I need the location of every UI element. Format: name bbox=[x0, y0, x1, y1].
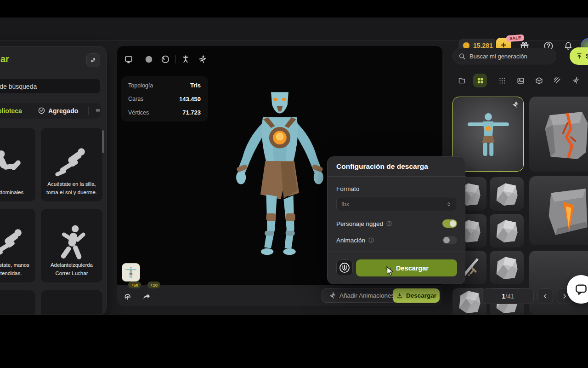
top-header: 15.281 + SALE bbox=[0, 17, 588, 40]
image-filter-button[interactable] bbox=[514, 74, 527, 87]
stat-label: Caras bbox=[128, 96, 143, 102]
generation-search-input[interactable] bbox=[469, 53, 550, 60]
publish-icon[interactable] bbox=[123, 291, 133, 301]
generation-thumb[interactable] bbox=[490, 214, 524, 247]
animation-label: Animación bbox=[336, 237, 365, 244]
animation-card[interactable]: Abdominales bbox=[0, 128, 35, 201]
popup-title: Configuración de descarga bbox=[336, 162, 428, 171]
app-screen: 15.281 + SALE Animar Biblioteca Agregado… bbox=[0, 0, 588, 368]
info-icon bbox=[386, 220, 392, 227]
all-types-button[interactable] bbox=[495, 74, 509, 87]
rock-thumb bbox=[492, 217, 521, 245]
download-button[interactable]: Descargar bbox=[393, 288, 440, 303]
expand-panel-button[interactable] bbox=[86, 53, 100, 67]
running-figure bbox=[50, 222, 94, 266]
cube-icon bbox=[535, 76, 543, 85]
toolbar-divider bbox=[175, 55, 176, 63]
animation-card[interactable] bbox=[41, 290, 102, 315]
sidebar-scrollbar[interactable] bbox=[102, 130, 104, 153]
stat-row: Topología Tris bbox=[128, 82, 201, 89]
generation-thumb[interactable] bbox=[490, 251, 524, 284]
runner-icon bbox=[328, 292, 336, 299]
search-icon bbox=[458, 52, 466, 60]
folder-filter-button[interactable] bbox=[455, 74, 469, 87]
rock-thumb bbox=[492, 253, 521, 282]
share-icon[interactable] bbox=[141, 291, 152, 301]
animation-card[interactable]: Adelanteizquierda Correr Luchar bbox=[41, 209, 102, 282]
pose-icon[interactable] bbox=[181, 54, 191, 64]
expand-icon bbox=[90, 57, 97, 64]
lying-figure bbox=[0, 222, 30, 266]
image-icon bbox=[516, 76, 525, 85]
share-reward-badge: +10 bbox=[147, 282, 160, 288]
animation-caption: Abdominales bbox=[0, 189, 27, 197]
popup-download-button[interactable]: Descargar bbox=[356, 259, 457, 276]
format-select[interactable]: fbx bbox=[336, 197, 457, 211]
download-icon bbox=[396, 292, 403, 299]
situp-figure bbox=[0, 141, 30, 185]
letterbox-top bbox=[0, 0, 588, 17]
lava-rock-thumb bbox=[538, 106, 588, 162]
texture-icon bbox=[553, 76, 561, 85]
shaded-view-icon[interactable] bbox=[144, 54, 154, 64]
animations-icon[interactable] bbox=[197, 54, 207, 64]
toggle-knob bbox=[450, 220, 456, 227]
stat-label: Vértices bbox=[128, 109, 149, 116]
publish-reward-badge: +50 bbox=[128, 282, 141, 288]
animation-filter-button[interactable] bbox=[569, 74, 582, 87]
character-thumb bbox=[463, 104, 514, 164]
page-total: 41 bbox=[507, 293, 514, 300]
page-current: 1 bbox=[502, 293, 505, 300]
grid-view-button[interactable] bbox=[473, 74, 487, 87]
popup-divider bbox=[328, 176, 466, 177]
unreal-export-button[interactable] bbox=[336, 259, 353, 276]
stat-row: Caras 143.450 bbox=[128, 96, 201, 103]
animation-search-input[interactable] bbox=[0, 79, 101, 94]
select-chevrons-icon bbox=[446, 201, 452, 207]
viewport-icon[interactable] bbox=[124, 54, 134, 64]
model-thumbnail[interactable] bbox=[122, 263, 140, 282]
stat-value: 143.450 bbox=[179, 96, 201, 103]
animation-card[interactable]: Acuéstate, manos extendidas. bbox=[0, 209, 35, 282]
generation-card[interactable] bbox=[529, 176, 588, 245]
chevron-left-icon bbox=[542, 293, 549, 300]
lying-figure bbox=[50, 141, 94, 185]
wireframe-view-icon[interactable] bbox=[160, 54, 170, 64]
mouse-cursor bbox=[385, 266, 395, 276]
stat-value: Tris bbox=[190, 82, 201, 89]
menu-icon[interactable] bbox=[95, 106, 101, 115]
letterbox-bottom bbox=[0, 315, 588, 368]
rigged-toggle-row: Personaje rigged bbox=[336, 219, 457, 228]
animated-badge-icon bbox=[511, 101, 519, 109]
texture-filter-button[interactable] bbox=[550, 74, 564, 87]
format-value: fbx bbox=[341, 201, 349, 207]
rigged-toggle[interactable] bbox=[442, 219, 457, 228]
add-animations-button[interactable]: Añadir Animaciones bbox=[322, 288, 401, 303]
stat-label: Topología bbox=[128, 82, 153, 89]
upload-icon bbox=[576, 52, 583, 60]
generation-thumb[interactable] bbox=[452, 288, 486, 315]
generation-search[interactable] bbox=[452, 48, 556, 64]
animation-sidebar: Animar Biblioteca Agregado Abdominales A… bbox=[0, 46, 107, 315]
rock-thumb bbox=[492, 180, 521, 208]
tab-added[interactable]: Agregado bbox=[38, 107, 78, 115]
viewer-bottom-bar: +50 +10 Añadir Animaciones Descargar bbox=[117, 285, 442, 306]
tabs-divider bbox=[88, 107, 89, 115]
rock-thumb bbox=[455, 288, 484, 315]
unreal-engine-icon bbox=[339, 262, 351, 274]
toggle-knob bbox=[443, 237, 450, 243]
grid-icon bbox=[476, 77, 484, 85]
tpose-thumb-figure bbox=[124, 265, 138, 279]
generation-card[interactable] bbox=[529, 97, 588, 172]
animation-card[interactable]: Acuéstate en la silla, toma el sol y due… bbox=[41, 128, 102, 201]
prev-page-button[interactable] bbox=[537, 288, 553, 304]
upload-button[interactable]: Subir bbox=[570, 47, 588, 65]
tab-library[interactable]: Biblioteca bbox=[0, 107, 22, 115]
animation-card[interactable] bbox=[0, 290, 35, 315]
download-settings-popup: Configuración de descarga Formato fbx Pe… bbox=[327, 156, 465, 284]
character-model[interactable] bbox=[226, 61, 333, 281]
model-filter-button[interactable] bbox=[532, 74, 546, 87]
page-indicator: 1/41 bbox=[482, 288, 534, 304]
generation-thumb[interactable] bbox=[490, 177, 524, 211]
animation-toggle[interactable] bbox=[442, 236, 457, 244]
